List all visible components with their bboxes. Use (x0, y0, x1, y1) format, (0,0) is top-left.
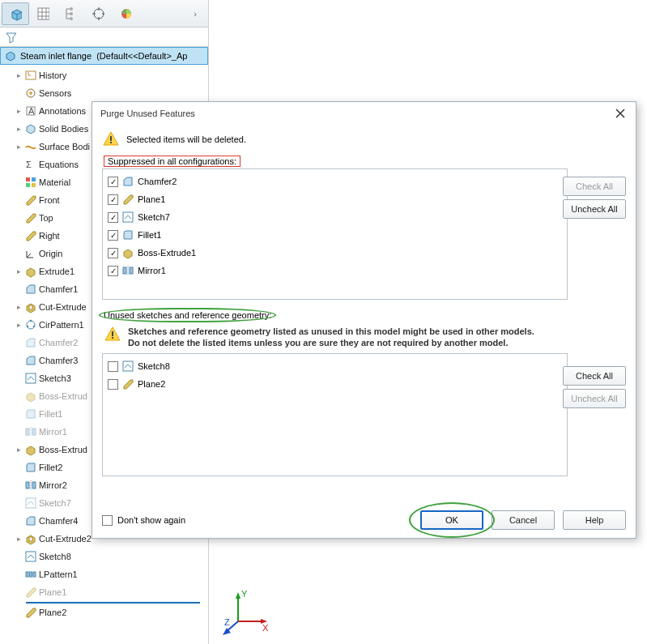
chamfer-icon (24, 283, 37, 296)
list-item[interactable]: Plane2 (108, 375, 562, 393)
mirror-icon (24, 479, 37, 492)
appearance-icon (119, 7, 132, 20)
list-item[interactable]: ✓Chamfer2 (108, 173, 562, 190)
sketch-icon (24, 550, 37, 563)
expand-icon[interactable]: ▸ (15, 446, 23, 454)
unused-buttons: Check All Uncheck All (563, 366, 626, 408)
suppressed-buttons: Check All Uncheck All (563, 177, 626, 219)
chamfer-icon (121, 175, 134, 188)
list-item[interactable]: ✓Boss-Extrude1 (108, 244, 562, 262)
tree-item-sketch8[interactable]: Sketch8 (6, 548, 208, 565)
tree-item-label: Sensors (39, 88, 71, 98)
tree-item-label: Boss-Extrud (39, 391, 87, 401)
toolbar-config-tab[interactable] (57, 2, 84, 25)
item-label: Mirror1 (138, 266, 166, 275)
warning-icon (102, 130, 120, 148)
check-all-button-1[interactable]: Check All (563, 177, 626, 196)
help-button[interactable]: Help (563, 510, 626, 530)
plane-icon (24, 211, 37, 224)
section-unused-label: Unused sketches and reference geometry: (104, 310, 271, 320)
expand-icon[interactable]: ▸ (15, 125, 23, 133)
item-label: Plane2 (138, 379, 165, 389)
item-checkbox[interactable]: ✓ (108, 194, 118, 205)
toolbar-appearance-tab[interactable] (112, 2, 139, 25)
expand-icon[interactable]: ▸ (15, 303, 23, 311)
tree-item-label: Extrude1 (39, 267, 74, 276)
tree-filter-row (0, 28, 208, 47)
unused-list[interactable]: Sketch8Plane2 (102, 353, 568, 476)
extrude-icon (121, 246, 134, 259)
tree-item-lpattern1[interactable]: LPattern1 (6, 565, 208, 583)
list-item[interactable]: ✓Mirror1 (108, 262, 562, 279)
tree-item-label: Material (39, 177, 70, 187)
toolbar-dimxpert-tab[interactable] (84, 2, 112, 25)
view-triad[interactable]: Y X Z (222, 589, 270, 638)
root-label: Steam inlet flange (Default<<Default>_Ap (20, 51, 187, 61)
cutext-icon (24, 301, 37, 313)
svg-text:Y: Y (241, 589, 248, 599)
toolbar-overflow[interactable]: › (184, 2, 206, 25)
expand-icon[interactable]: ▸ (15, 267, 23, 275)
tree-item-label: Top (39, 213, 53, 223)
item-checkbox[interactable]: ✓ (108, 266, 118, 276)
dialog-close-button[interactable] (613, 106, 628, 121)
surface-icon (24, 140, 37, 153)
plane-icon (24, 194, 37, 207)
item-label: Chamfer2 (138, 177, 177, 186)
extrude-icon (24, 265, 37, 278)
sketch-icon (24, 497, 37, 510)
toolbar-feature-tree-tab[interactable] (2, 2, 29, 25)
list-item[interactable]: ✓Fillet1 (108, 226, 562, 244)
funnel-icon[interactable] (5, 31, 18, 44)
sketch-icon (24, 372, 37, 385)
tree-item-sensors[interactable]: Sensors (6, 84, 208, 102)
ok-button[interactable]: OK (420, 510, 483, 530)
list-item[interactable]: ✓Plane1 (108, 190, 562, 208)
tree-item-label: Front (39, 195, 60, 205)
section-unused-header: Unused sketches and reference geometry: (102, 308, 626, 322)
plane-icon (121, 377, 134, 390)
uncheck-all-button-1[interactable]: Uncheck All (563, 199, 626, 219)
dialog-body: Selected items will be deleted. Suppress… (92, 125, 636, 484)
extrude-icon (24, 443, 37, 456)
dialog-footer: Don't show again OK Cancel Help (102, 510, 626, 530)
mirror-icon (121, 264, 134, 277)
close-icon (615, 109, 625, 118)
warning-icon (104, 326, 121, 343)
svg-text:X: X (262, 623, 269, 633)
item-checkbox[interactable]: ✓ (108, 177, 118, 187)
item-checkbox[interactable]: ✓ (108, 230, 118, 241)
tree-item-label: Plane1 (39, 587, 66, 597)
suppressed-list[interactable]: ✓Chamfer2✓Plane1✓Sketch7✓Fillet1✓Boss-Ex… (102, 168, 568, 300)
list-item[interactable]: ✓Sketch7 (108, 208, 562, 226)
uncheck-all-button-2[interactable]: Uncheck All (563, 389, 626, 408)
expand-icon[interactable]: ▸ (15, 107, 23, 115)
chamfer-icon (24, 514, 37, 527)
tree-item-plane1[interactable]: Plane1 (6, 583, 208, 601)
item-checkbox[interactable]: ✓ (108, 248, 118, 258)
tree-item-label: Mirror2 (39, 480, 67, 490)
item-checkbox[interactable]: ✓ (108, 212, 118, 223)
tree-item-plane2[interactable]: Plane2 (6, 603, 208, 621)
tree-item-label: Sketch7 (39, 498, 71, 508)
plane-icon (24, 586, 37, 599)
tree-item-label: Surface Bodi (39, 142, 90, 151)
list-item[interactable]: Sketch8 (108, 357, 562, 375)
panel-toolbar: › (0, 0, 208, 28)
tree-root-node[interactable]: Steam inlet flange (Default<<Default>_Ap (0, 47, 208, 65)
item-checkbox[interactable] (108, 379, 118, 390)
expand-icon[interactable]: ▸ (15, 143, 23, 151)
tree-item-label: Fillet2 (39, 463, 62, 472)
toolbar-property-tab[interactable] (29, 2, 57, 25)
dont-show-checkbox[interactable] (102, 515, 113, 526)
expand-icon[interactable]: ▸ (15, 321, 23, 329)
item-label: Boss-Extrude1 (138, 248, 196, 258)
tree-item-history[interactable]: ▸History (6, 66, 208, 84)
tree-item-label: Chamfer1 (39, 284, 78, 294)
cancel-button[interactable]: Cancel (492, 510, 555, 530)
expand-icon[interactable]: ▸ (15, 71, 23, 79)
history-icon (24, 69, 37, 82)
check-all-button-2[interactable]: Check All (563, 366, 626, 386)
expand-icon[interactable]: ▸ (15, 535, 23, 543)
item-checkbox[interactable] (108, 361, 118, 372)
